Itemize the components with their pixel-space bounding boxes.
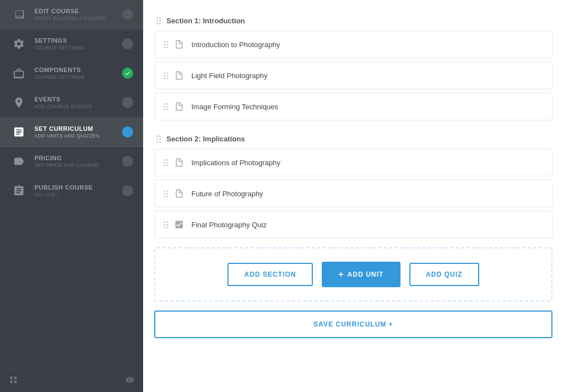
location-icon: [10, 96, 28, 109]
settings-title: SETTINGS: [34, 37, 122, 44]
section-2-label: Section 2: Implications: [166, 135, 245, 143]
unit-6-drag-handle[interactable]: [164, 221, 168, 228]
plus-icon: +: [338, 269, 344, 279]
pricing-title: PRICING: [34, 155, 122, 161]
sidebar-item-set-curriculum[interactable]: SET CURRICULUM ADD UNITS AND QUIZZES: [0, 118, 143, 147]
section-2-drag-handle[interactable]: [156, 135, 161, 142]
unit-icon: [174, 157, 185, 168]
unit-2-label: Light Field Photography: [191, 72, 267, 80]
sidebar-item-pricing[interactable]: PRICING SET PRICE FOR COURSE: [0, 147, 143, 176]
set-curriculum-subtitle: ADD UNITS AND QUIZZES: [34, 133, 122, 139]
events-title: EVENTS: [34, 96, 122, 103]
curriculum-item-unit-3[interactable]: Image Forming Techniques: [154, 93, 552, 120]
settings-status: [122, 38, 133, 49]
unit-6-label: Final Photography Quiz: [191, 221, 267, 229]
tag-icon: [10, 155, 28, 167]
curriculum-item-unit-5[interactable]: Future of Photography: [154, 180, 552, 207]
save-curriculum-button[interactable]: SAVE CURRICULUM +: [154, 310, 552, 338]
grid-icon[interactable]: [9, 375, 18, 386]
unit-icon: [174, 188, 185, 199]
unit-3-label: Image Forming Techniques: [191, 103, 278, 111]
unit-4-label: Implications of Photography: [191, 159, 280, 167]
unit-icon: [174, 39, 185, 50]
gear-icon: [10, 38, 28, 50]
section-2-header: Section 2: Implications: [154, 129, 552, 149]
clipboard-icon: [10, 185, 28, 197]
pricing-subtitle: SET PRICE FOR COURSE: [34, 162, 122, 168]
unit-icon: [174, 101, 185, 112]
edit-course-title: EDIT COURSE: [34, 8, 122, 14]
curriculum-item-unit-6[interactable]: Final Photography Quiz: [154, 211, 552, 238]
unit-5-label: Future of Photography: [191, 190, 263, 198]
main-content: Section 1: Introduction Introduction to …: [143, 0, 568, 392]
events-status: [122, 97, 133, 108]
components-status: [122, 68, 133, 79]
book-icon: [10, 8, 28, 21]
unit-icon: [174, 70, 185, 81]
section-1-label: Section 1: Introduction: [166, 17, 245, 25]
eye-icon[interactable]: [125, 375, 134, 386]
sidebar-item-events[interactable]: EVENTS ADD COURSE EVENTS: [0, 88, 143, 118]
edit-course-subtitle: START BUILDING A COURSE: [34, 16, 122, 21]
publish-course-status: [122, 185, 133, 196]
sidebar-item-settings[interactable]: SETTINGS COURSE SETTINGS: [0, 29, 143, 59]
unit-1-label: Introduction to Photography: [191, 40, 280, 49]
sidebar: EDIT COURSE START BUILDING A COURSE SETT…: [0, 0, 143, 392]
section-1-header: Section 1: Introduction: [154, 11, 552, 30]
sidebar-item-components[interactable]: COMPONENTS COURSE SETTINGS: [0, 59, 143, 88]
settings-subtitle: COURSE SETTINGS: [34, 45, 122, 50]
pricing-status: [122, 156, 133, 167]
sidebar-bottom-bar: [0, 369, 143, 392]
publish-course-title: PUBLISH COURSE: [34, 184, 122, 191]
curriculum-item-unit-2[interactable]: Light Field Photography: [154, 62, 552, 89]
curriculum-item-unit-1[interactable]: Introduction to Photography: [154, 30, 552, 58]
set-curriculum-title: SET CURRICULUM: [34, 125, 122, 132]
sidebar-item-publish-course[interactable]: PUBLISH COURSE GO LIVE !: [0, 176, 143, 206]
publish-course-subtitle: GO LIVE !: [34, 192, 122, 197]
add-unit-button[interactable]: + ADD UNIT: [322, 262, 400, 287]
sidebar-item-edit-course[interactable]: EDIT COURSE START BUILDING A COURSE: [0, 0, 143, 29]
quiz-icon: [174, 219, 185, 230]
briefcase-icon: [10, 67, 28, 79]
unit-1-drag-handle[interactable]: [164, 41, 168, 48]
components-title: COMPONENTS: [34, 67, 122, 73]
unit-4-drag-handle[interactable]: [164, 159, 168, 166]
edit-course-status: [122, 9, 133, 20]
curriculum-item-unit-4[interactable]: Implications of Photography: [154, 149, 552, 176]
add-section-button[interactable]: ADD SECTION: [227, 263, 313, 286]
unit-5-drag-handle[interactable]: [164, 190, 168, 197]
events-subtitle: ADD COURSE EVENTS: [34, 104, 122, 109]
document-list-icon: [10, 126, 28, 138]
set-curriculum-status: [122, 126, 133, 138]
components-subtitle: COURSE SETTINGS: [34, 74, 122, 80]
unit-2-drag-handle[interactable]: [164, 72, 168, 79]
section-1-drag-handle[interactable]: [156, 17, 161, 24]
add-quiz-button[interactable]: ADD QUIZ: [409, 263, 479, 286]
add-buttons-area: ADD SECTION + ADD UNIT ADD QUIZ: [154, 247, 552, 302]
unit-3-drag-handle[interactable]: [164, 103, 168, 110]
